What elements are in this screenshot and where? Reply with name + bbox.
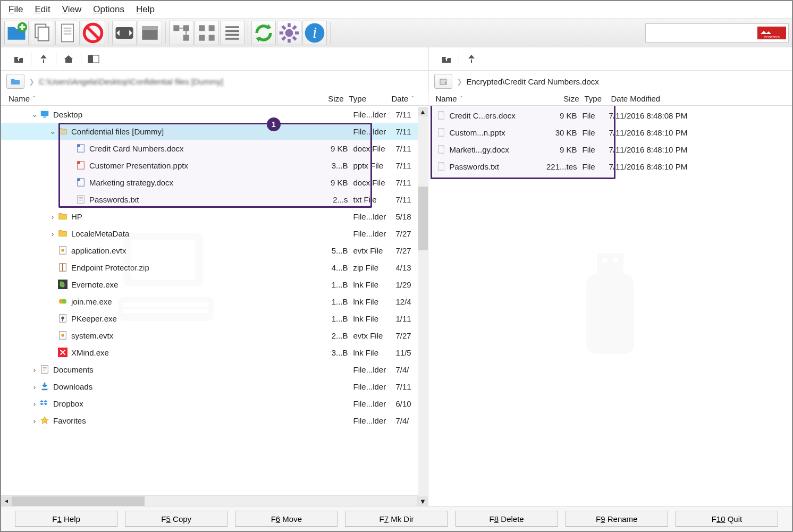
menu-edit[interactable]: Edit <box>35 4 50 15</box>
menu-options[interactable]: Options <box>93 4 124 15</box>
tree-row[interactable]: ⌄DesktopFile...lder7/11 <box>1 106 428 123</box>
menu-view[interactable]: View <box>62 4 82 15</box>
vscroll-thumb[interactable] <box>418 187 428 250</box>
info-button[interactable]: i <box>302 21 327 45</box>
list-row[interactable]: Marketi...gy.docx9 KBFile7/11/2016 8:48:… <box>428 141 792 158</box>
menu-file[interactable]: File <box>9 4 23 15</box>
document-button[interactable] <box>55 21 80 45</box>
menu-help[interactable]: Help <box>136 4 155 15</box>
fkey-1-button[interactable]: F1 Help <box>15 511 117 527</box>
search-box[interactable]: COSOSYS <box>645 23 789 43</box>
fkey-10-button[interactable]: F10 Quit <box>676 511 778 527</box>
home-button-left[interactable] <box>62 52 75 66</box>
tree-row[interactable]: Marketing strategy.docx9 KBdocx File7/11 <box>1 174 428 191</box>
view-icons-button[interactable] <box>195 21 219 45</box>
right-tree[interactable]: Credit C...ers.docx9 KBFile7/11/2016 8:4… <box>428 106 792 506</box>
settings-button[interactable] <box>277 21 301 45</box>
path-drive-icon-right[interactable] <box>434 74 452 89</box>
svg-text:COSOSYS: COSOSYS <box>764 36 780 39</box>
tree-row[interactable]: Credit Card Numbers.docx9 KBdocx File7/1… <box>1 140 428 157</box>
fkey-7-button[interactable]: F7 Mk Dir <box>345 511 448 527</box>
view-tree-button[interactable] <box>169 21 193 45</box>
expand-toggle[interactable]: › <box>30 399 39 408</box>
tree-row[interactable]: ›HPFile...lder5/18 <box>1 208 428 225</box>
tree-row[interactable]: ›DocumentsFile...lder7/4/ <box>1 361 428 378</box>
panels: Name ⌃ Size Type Date ⌃ ⌄DesktopFile...l… <box>1 92 792 506</box>
hscroll-left[interactable]: ◄ ► <box>1 495 428 506</box>
svg-rect-36 <box>78 179 80 181</box>
tree-row[interactable]: Customer Presentation.pptx3...Bpptx File… <box>1 157 428 174</box>
fkey-6-button[interactable]: F6 Move <box>235 511 338 527</box>
col-type-right[interactable]: Type <box>579 94 611 103</box>
file-name: Marketi...gy.docx <box>450 145 540 154</box>
col-type-left[interactable]: Type <box>344 94 392 103</box>
expand-toggle[interactable]: › <box>30 365 39 374</box>
svg-rect-25 <box>131 240 195 280</box>
xmind-icon <box>57 347 68 358</box>
root-button-right[interactable] <box>465 52 478 66</box>
fkey-8-button[interactable]: F8 Delete <box>455 511 558 527</box>
fkey-5-button[interactable]: F5 Copy <box>125 511 227 527</box>
file-type: docx File <box>348 144 396 153</box>
evernote-icon <box>57 279 68 290</box>
file-type: zip File <box>348 263 396 272</box>
pptx-icon <box>75 160 86 171</box>
col-name-left[interactable]: Name ⌃ <box>9 94 312 103</box>
view-list-button[interactable] <box>138 21 162 45</box>
tree-row[interactable]: ›DropboxFile...lder6/10 <box>1 395 428 412</box>
svg-rect-2 <box>38 27 49 41</box>
up-folder-button-left[interactable] <box>12 52 26 66</box>
col-size-left[interactable]: Size <box>312 94 344 103</box>
svg-point-23 <box>444 82 446 84</box>
expand-toggle[interactable]: › <box>30 416 39 425</box>
path-text-left[interactable]: C:\Users\Angela\Desktop\Confidential fil… <box>39 77 223 86</box>
nav-row <box>1 47 792 71</box>
root-button-left[interactable] <box>37 52 50 66</box>
tree-row[interactable]: XMind.exe3...Blnk File11/5 <box>1 344 428 361</box>
expand-toggle[interactable]: › <box>30 382 39 391</box>
col-size-right[interactable]: Size <box>542 94 579 103</box>
tree-row[interactable]: ›FavoritesFile...lder7/4/ <box>1 412 428 429</box>
list-row[interactable]: Passwords.txt221...tesFile7/11/2016 8:48… <box>428 158 792 175</box>
block-button[interactable] <box>81 21 105 45</box>
left-tree[interactable]: ⌄DesktopFile...lder7/11⌄Confidential fil… <box>1 106 428 495</box>
vscroll-left[interactable]: ▲ ▼ <box>418 107 428 506</box>
doc-icon <box>39 364 50 375</box>
file-type: File...lder <box>348 212 396 221</box>
col-date-right[interactable]: Date Modified <box>611 94 788 103</box>
tree-row[interactable]: ›DownloadsFile...lder7/11 <box>1 378 428 395</box>
fkey-9-button[interactable]: F9 Rename <box>566 511 668 527</box>
up-folder-button-right[interactable] <box>440 52 453 66</box>
expand-toggle[interactable]: › <box>48 212 57 221</box>
refresh-button[interactable] <box>251 21 276 45</box>
svg-rect-54 <box>613 258 618 263</box>
col-date-left[interactable]: Date ⌃ <box>392 94 424 103</box>
file-name: Favorites <box>53 416 316 425</box>
split-toggle-button[interactable] <box>87 52 100 66</box>
file-size: 4...B <box>316 263 348 272</box>
vscroll-up-icon[interactable]: ▲ <box>418 107 428 116</box>
expand-toggle[interactable]: ⌄ <box>48 126 57 136</box>
path-folder-icon-left[interactable] <box>6 74 24 89</box>
path-text-right[interactable]: Encrypted\Credit Card Numbers.docx <box>467 77 599 86</box>
hscroll-thumb[interactable] <box>12 496 145 506</box>
vscroll-down-icon[interactable]: ▼ <box>418 496 428 506</box>
list-row[interactable]: Credit C...ers.docx9 KBFile7/11/2016 8:4… <box>428 107 792 124</box>
swap-panes-button[interactable] <box>112 21 137 45</box>
file-size: 2...s <box>316 195 348 204</box>
col-name-right[interactable]: Name ⌃ <box>436 94 542 103</box>
left-panel: Name ⌃ Size Type Date ⌃ ⌄DesktopFile...l… <box>1 92 428 506</box>
expand-toggle[interactable]: ⌄ <box>30 109 39 119</box>
file-date: 7/11/2016 8:48:10 PM <box>609 145 715 154</box>
file-size: 9 KB <box>540 111 577 120</box>
tree-row[interactable]: ⌄Confidential files [Dummy]File...lder7/… <box>1 123 428 140</box>
tree-row[interactable]: Passwords.txt2...stxt File7/11 <box>1 191 428 208</box>
file-size: 9 KB <box>316 144 348 153</box>
hscroll-left-arrow[interactable]: ◄ <box>1 496 12 506</box>
file-name: Documents <box>53 365 316 374</box>
list-row[interactable]: Custom...n.pptx30 KBFile7/11/2016 8:48:1… <box>428 124 792 141</box>
expand-toggle[interactable]: › <box>48 229 57 238</box>
view-details-button[interactable] <box>220 21 244 45</box>
copy-button[interactable] <box>30 21 54 45</box>
new-folder-button[interactable] <box>4 21 29 45</box>
